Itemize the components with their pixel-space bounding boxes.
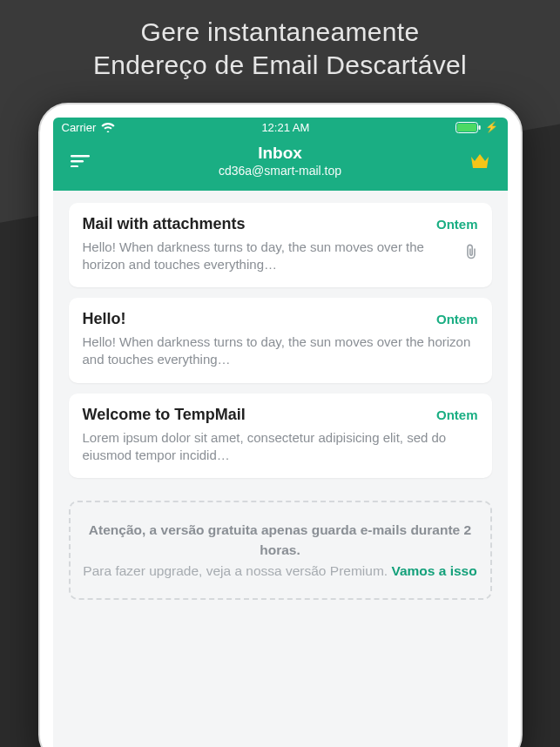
tablet-frame: Carrier 12:21 AM ⚡ bbox=[38, 103, 523, 747]
header-title-block: Inbox cd36a@smart-mail.top bbox=[219, 144, 341, 178]
status-right: ⚡ bbox=[455, 121, 498, 133]
crown-icon bbox=[469, 153, 490, 169]
message-time: Ontem bbox=[436, 312, 478, 326]
notice-line-2: Para fazer upgrade, veja a nossa versão … bbox=[83, 563, 391, 578]
charging-icon: ⚡ bbox=[485, 121, 498, 133]
message-time: Ontem bbox=[436, 217, 478, 232]
message-card[interactable]: Welcome to TempMail Ontem Lorem ipsum do… bbox=[69, 394, 492, 479]
attachment-icon bbox=[464, 239, 478, 263]
svg-rect-1 bbox=[457, 124, 476, 131]
status-left: Carrier bbox=[62, 121, 116, 134]
current-email-address[interactable]: cd36a@smart-mail.top bbox=[219, 164, 341, 178]
svg-rect-2 bbox=[479, 125, 481, 130]
message-subject: Mail with attachments bbox=[83, 215, 246, 233]
inbox-content: Mail with attachments Ontem Hello! When … bbox=[53, 191, 508, 747]
marketing-line-2: Endereço de Email Descartável bbox=[0, 49, 560, 82]
status-bar: Carrier 12:21 AM ⚡ bbox=[53, 118, 508, 137]
notice-line-1: Atenção, a versão gratuita apenas guarda… bbox=[83, 520, 478, 561]
status-time: 12:21 AM bbox=[261, 121, 309, 134]
menu-button[interactable] bbox=[67, 148, 93, 174]
battery-icon bbox=[455, 122, 482, 133]
message-preview: Hello! When darkness turns to day, the s… bbox=[83, 333, 478, 369]
message-card[interactable]: Mail with attachments Ontem Hello! When … bbox=[69, 203, 492, 288]
upgrade-cta[interactable]: Vamos a isso bbox=[391, 563, 476, 578]
premium-button[interactable] bbox=[467, 148, 493, 174]
upgrade-notice: Atenção, a versão gratuita apenas guarda… bbox=[69, 501, 492, 600]
app-header: Inbox cd36a@smart-mail.top bbox=[53, 137, 508, 191]
wifi-icon bbox=[101, 122, 115, 132]
inbox-title: Inbox bbox=[219, 144, 341, 164]
svg-rect-3 bbox=[71, 155, 90, 158]
message-subject: Welcome to TempMail bbox=[83, 406, 246, 424]
header-area: Carrier 12:21 AM ⚡ bbox=[53, 118, 508, 191]
marketing-headline: Gere instantaneamente Endereço de Email … bbox=[0, 0, 560, 81]
carrier-label: Carrier bbox=[62, 121, 97, 134]
menu-icon bbox=[71, 155, 90, 167]
message-time: Ontem bbox=[436, 407, 478, 422]
message-subject: Hello! bbox=[83, 310, 126, 328]
svg-rect-4 bbox=[71, 160, 84, 163]
message-card[interactable]: Hello! Ontem Hello! When darkness turns … bbox=[69, 298, 492, 383]
marketing-line-1: Gere instantaneamente bbox=[0, 16, 560, 49]
svg-rect-5 bbox=[71, 165, 78, 167]
message-preview: Lorem ipsum dolor sit amet, consectetur … bbox=[83, 429, 478, 465]
message-preview: Hello! When darkness turns to day, the s… bbox=[83, 239, 455, 274]
tablet-screen: Carrier 12:21 AM ⚡ bbox=[53, 118, 508, 747]
